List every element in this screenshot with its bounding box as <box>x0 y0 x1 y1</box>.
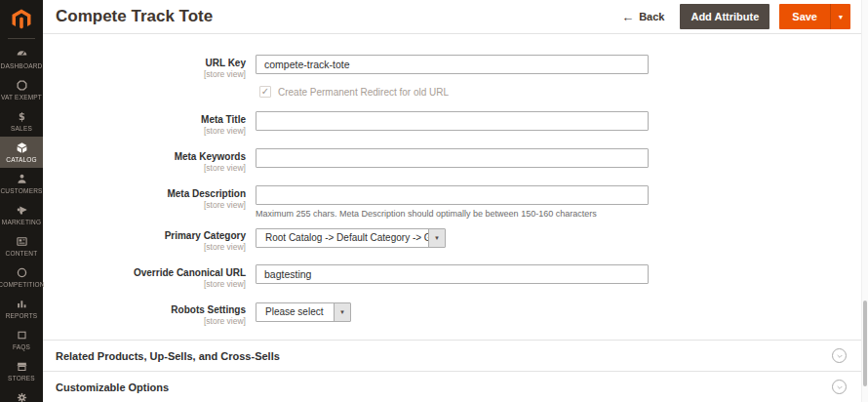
dashboard-icon <box>16 48 28 60</box>
select-arrow-icon: ▼ <box>334 303 350 321</box>
customers-icon <box>16 173 28 185</box>
meta-keywords-label: Meta Keywords <box>43 151 246 163</box>
faqs-icon <box>16 329 28 342</box>
primary-category-label: Primary Category <box>43 230 246 242</box>
sidebar-item-competition[interactable]: COMPETITION <box>0 261 43 293</box>
robots-settings-value: Please select <box>256 303 334 321</box>
save-dropdown-toggle[interactable]: ▼ <box>830 4 850 29</box>
robots-settings-select[interactable]: Please select ▼ <box>256 302 351 322</box>
meta-title-label: Meta Title <box>43 114 246 126</box>
collapsible-sections: Related Products, Up-Sells, and Cross-Se… <box>43 340 868 402</box>
meta-title-row: Meta Title [store view] <box>43 111 868 137</box>
checkmark-icon: ✓ <box>261 86 269 97</box>
sidebar-item-label: REPORTS <box>6 312 38 319</box>
back-arrow-icon: ← <box>621 11 634 23</box>
sidebar-item-label: CATALOG <box>6 156 37 163</box>
product-seo-form: URL Key [store view] ✓ Create Permanent … <box>43 34 868 402</box>
back-label: Back <box>639 11 664 22</box>
magento-logo[interactable] <box>0 0 43 39</box>
section-related-products[interactable]: Related Products, Up-Sells, and Cross-Se… <box>43 340 868 371</box>
url-key-label: URL Key <box>43 58 246 69</box>
meta-title-scope: [store view] <box>43 126 246 137</box>
marketing-icon <box>16 204 28 217</box>
add-attribute-button[interactable]: Add Attribute <box>680 4 769 29</box>
permanent-redirect-label: Create Permanent Redirect for old URL <box>278 87 449 98</box>
primary-category-value: Root Catalog -> Default Category -> Gear… <box>256 229 428 247</box>
sidebar-item-label: VAT EXEMPT <box>1 94 42 100</box>
meta-description-note: Maximum 255 chars. Meta Description shou… <box>256 209 868 219</box>
system-icon <box>16 391 28 402</box>
meta-keywords-scope: [store view] <box>43 163 246 174</box>
robots-settings-scope: [store view] <box>43 316 246 327</box>
sidebar-item-sales[interactable]: $ SALES <box>0 105 43 137</box>
sidebar-item-label: FAQS <box>13 343 30 350</box>
override-canonical-url-label: Override Canonical URL <box>43 267 246 279</box>
sidebar-item-system[interactable]: SYSTEM <box>0 386 43 402</box>
section-title: Related Products, Up-Sells, and Cross-Se… <box>56 350 832 362</box>
save-button[interactable]: Save <box>779 4 830 29</box>
page-header: Compete Track Tote ← Back Add Attribute … <box>43 0 868 34</box>
sidebar-item-marketing[interactable]: MARKETING <box>0 199 43 230</box>
sidebar-item-label: SALES <box>11 125 32 132</box>
section-title: Customizable Options <box>56 382 832 393</box>
competition-icon <box>16 266 28 279</box>
sales-icon: $ <box>16 110 28 123</box>
scrollbar-thumb[interactable] <box>863 301 867 386</box>
back-button[interactable]: ← Back <box>621 11 664 23</box>
reports-icon <box>16 298 28 310</box>
robots-settings-row: Robots Settings [store view] Please sele… <box>43 302 868 327</box>
collapse-chevron-icon <box>832 348 847 363</box>
sidebar-item-label: CONTENT <box>6 250 38 257</box>
override-canonical-url-scope: [store view] <box>43 279 246 290</box>
vat-exempt-icon <box>16 79 28 92</box>
permanent-redirect-checkbox[interactable]: ✓ <box>259 86 271 98</box>
content-icon <box>16 235 28 248</box>
sidebar-item-label: STORES <box>8 375 35 382</box>
sidebar-item-content[interactable]: CONTENT <box>0 230 43 261</box>
chevron-down-icon: ▼ <box>838 14 845 20</box>
sidebar-item-dashboard[interactable]: DASHBOARD <box>0 43 43 74</box>
sidebar-item-label: MARKETING <box>2 219 41 225</box>
svg-text:$: $ <box>19 111 25 122</box>
save-split-button: Save ▼ <box>779 4 850 29</box>
magento-logo-icon <box>10 8 33 31</box>
meta-description-row: Meta Description [store view] Maximum 25… <box>43 185 868 219</box>
select-arrow-icon: ▼ <box>428 229 445 247</box>
robots-settings-label: Robots Settings <box>43 304 246 316</box>
meta-description-input[interactable] <box>256 185 649 205</box>
sidebar-item-label: COMPETITION <box>0 281 45 288</box>
meta-keywords-row: Meta Keywords [store view] <box>43 148 868 174</box>
meta-description-scope: [store view] <box>43 200 246 211</box>
stores-icon <box>16 360 28 373</box>
url-key-input[interactable] <box>256 55 649 74</box>
sidebar: DASHBOARD VAT EXEMPT $ SALES CATALOG CUS… <box>0 0 43 402</box>
primary-category-row: Primary Category [store view] Root Catal… <box>43 227 868 253</box>
sidebar-item-vat-exempt[interactable]: VAT EXEMPT <box>0 74 43 105</box>
meta-description-label: Meta Description <box>43 188 246 200</box>
url-key-scope: [store view] <box>43 69 246 80</box>
collapse-chevron-icon <box>832 380 847 394</box>
url-key-row: URL Key [store view] <box>43 55 868 80</box>
sidebar-item-customers[interactable]: CUSTOMERS <box>0 168 43 199</box>
sidebar-item-faqs[interactable]: FAQS <box>0 324 43 355</box>
page-title: Compete Track Tote <box>56 7 621 26</box>
vertical-scrollbar[interactable] <box>861 0 868 402</box>
meta-keywords-input[interactable] <box>256 148 649 168</box>
primary-category-scope: [store view] <box>43 242 246 253</box>
meta-title-input[interactable] <box>256 111 649 131</box>
permanent-redirect-row: ✓ Create Permanent Redirect for old URL <box>259 86 868 98</box>
sidebar-item-label: CUSTOMERS <box>0 187 42 194</box>
primary-category-select[interactable]: Root Catalog -> Default Category -> Gear… <box>256 228 446 248</box>
override-canonical-url-row: Override Canonical URL [store view] <box>43 264 868 290</box>
override-canonical-url-input[interactable] <box>256 264 649 284</box>
sidebar-item-stores[interactable]: STORES <box>0 355 43 386</box>
catalog-icon <box>16 141 28 154</box>
section-customizable-options[interactable]: Customizable Options <box>43 371 868 402</box>
sidebar-item-label: DASHBOARD <box>1 62 43 69</box>
sidebar-menu: DASHBOARD VAT EXEMPT $ SALES CATALOG CUS… <box>0 43 43 402</box>
sidebar-item-reports[interactable]: REPORTS <box>0 293 43 324</box>
sidebar-item-catalog[interactable]: CATALOG <box>0 137 43 168</box>
